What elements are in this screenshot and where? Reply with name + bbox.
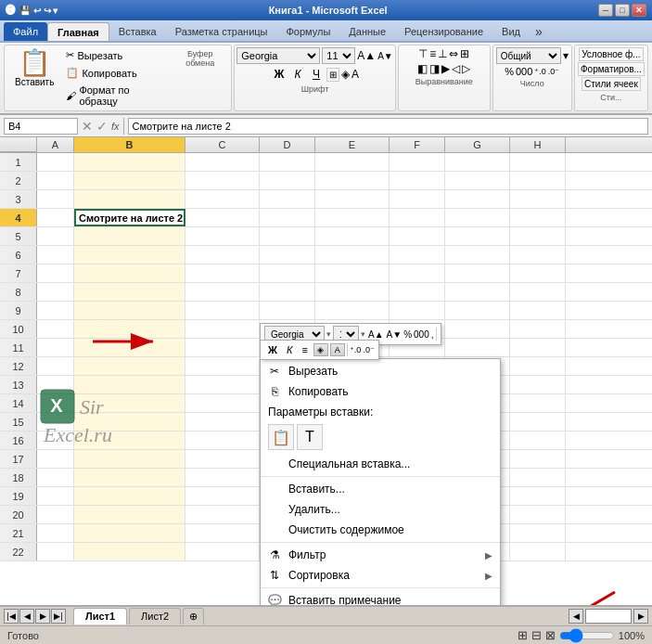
- col-header-f[interactable]: F: [390, 137, 445, 152]
- thousands-button[interactable]: 000: [516, 66, 532, 77]
- cut-button[interactable]: ✂ Вырезать: [62, 47, 171, 63]
- cell-styles-button[interactable]: Стили ячеек: [582, 77, 641, 91]
- mini-italic-button[interactable]: К: [283, 342, 296, 357]
- bold-button[interactable]: Ж: [271, 66, 288, 83]
- col-header-c[interactable]: C: [185, 137, 260, 152]
- zoom-slider[interactable]: [559, 631, 615, 640]
- border-button[interactable]: ⊞: [326, 68, 339, 82]
- ctx-clear[interactable]: Очистить содержимое: [261, 520, 500, 540]
- row-header-15[interactable]: 15: [0, 413, 37, 431]
- cell-d1[interactable]: [260, 153, 315, 171]
- formula-input[interactable]: [128, 118, 648, 135]
- ctx-paste-btn-1[interactable]: 📋: [268, 424, 294, 450]
- font-name-select[interactable]: Georgia: [237, 47, 320, 64]
- mini-percent-button[interactable]: %: [403, 329, 412, 340]
- number-format-select[interactable]: Общий: [496, 47, 561, 64]
- decrease-indent-button[interactable]: ◁: [452, 62, 460, 75]
- cell-a2[interactable]: [37, 172, 74, 189]
- format-painter-button[interactable]: 🖌 Формат по образцу: [62, 83, 171, 109]
- col-header-a[interactable]: A: [37, 137, 74, 152]
- row-header-11[interactable]: 11: [0, 339, 37, 356]
- scroll-left-button[interactable]: ◀: [569, 609, 583, 624]
- paste-button[interactable]: 📋 Вставить: [8, 47, 60, 90]
- row-header-9[interactable]: 9: [0, 302, 37, 319]
- copy-button[interactable]: 📋 Копировать: [62, 65, 171, 81]
- align-middle-button[interactable]: ≡: [429, 47, 436, 60]
- row-header-4[interactable]: 4: [0, 209, 37, 226]
- row-header-3[interactable]: 3: [0, 190, 37, 208]
- cell-d4[interactable]: [260, 209, 315, 226]
- col-header-d[interactable]: D: [260, 137, 315, 152]
- row-header-22[interactable]: 22: [0, 543, 37, 560]
- row-header-8[interactable]: 8: [0, 283, 37, 301]
- horizontal-scrollbar[interactable]: [585, 609, 632, 624]
- cell-f3[interactable]: [390, 190, 445, 208]
- cell-b2[interactable]: [74, 172, 185, 189]
- cell-e4[interactable]: [315, 209, 390, 226]
- decrease-decimal-button[interactable]: .0⁻: [548, 67, 560, 76]
- cell-b3[interactable]: [74, 190, 185, 208]
- fill-color-button[interactable]: ◈: [341, 68, 350, 81]
- ctx-cut[interactable]: ✂ Вырезать: [261, 361, 500, 381]
- cell-h4[interactable]: [510, 209, 566, 226]
- row-header-1[interactable]: 1: [0, 153, 37, 171]
- cell-e1[interactable]: [315, 153, 390, 171]
- col-header-h[interactable]: H: [510, 137, 566, 152]
- ctx-delete[interactable]: Удалить...: [261, 499, 500, 520]
- normal-view-button[interactable]: ⊞: [518, 628, 528, 642]
- mini-comma-button[interactable]: ,: [431, 329, 434, 340]
- cell-c4[interactable]: [185, 209, 260, 226]
- cell-f4[interactable]: [390, 209, 445, 226]
- increase-decimal-button[interactable]: ⁺.0: [534, 67, 546, 76]
- row-header-5[interactable]: 5: [0, 227, 37, 245]
- row-header-2[interactable]: 2: [0, 172, 37, 189]
- sheet-nav-last[interactable]: ▶|: [51, 609, 66, 624]
- tab-data[interactable]: Данные: [339, 22, 395, 41]
- sheet-nav-next[interactable]: ▶: [35, 609, 50, 624]
- cell-c3[interactable]: [185, 190, 260, 208]
- mini-thousands-button[interactable]: 000: [414, 329, 429, 340]
- sheet-tab-1[interactable]: Лист1: [73, 608, 127, 625]
- ctx-insert[interactable]: Вставить...: [261, 479, 500, 499]
- sheet-nav-prev[interactable]: ◀: [19, 609, 34, 624]
- tab-home[interactable]: Главная: [47, 22, 109, 41]
- sheet-tab-2[interactable]: Лист2: [129, 608, 181, 625]
- cell-e3[interactable]: [315, 190, 390, 208]
- row-header-7[interactable]: 7: [0, 264, 37, 282]
- cell-g4[interactable]: [445, 209, 510, 226]
- mini-fill-color-button[interactable]: ◈: [313, 343, 328, 356]
- minimize-button[interactable]: ─: [598, 4, 613, 17]
- ctx-special-paste[interactable]: Специальная вставка...: [261, 454, 500, 474]
- maximize-button[interactable]: □: [615, 4, 630, 17]
- align-bottom-button[interactable]: ⊥: [438, 47, 447, 60]
- align-top-button[interactable]: ⊤: [418, 47, 428, 60]
- mini-font-color-button[interactable]: А: [330, 343, 345, 356]
- mini-dec-inc-button[interactable]: ⁺.0: [350, 345, 362, 354]
- font-size-select[interactable]: 11: [322, 47, 355, 64]
- increase-indent-button[interactable]: ▷: [462, 62, 470, 75]
- percent-button[interactable]: %: [505, 66, 514, 77]
- row-header-13[interactable]: 13: [0, 376, 37, 393]
- row-header-16[interactable]: 16: [0, 431, 37, 449]
- italic-button[interactable]: К: [289, 66, 306, 83]
- ctx-copy[interactable]: ⎘ Копировать: [261, 381, 500, 402]
- sheet-nav-first[interactable]: |◀: [4, 609, 19, 624]
- tab-file[interactable]: Файл: [4, 22, 47, 41]
- cell-c2[interactable]: [185, 172, 260, 189]
- tab-insert[interactable]: Вставка: [109, 22, 166, 41]
- ctx-sort[interactable]: ⇅ Сортировка ▶: [261, 565, 500, 586]
- cell-a1[interactable]: [37, 153, 74, 171]
- cell-f2[interactable]: [390, 172, 445, 189]
- page-layout-view-button[interactable]: ⊟: [531, 628, 542, 642]
- cell-h1[interactable]: [510, 153, 566, 171]
- align-right-button[interactable]: ▶: [441, 62, 450, 75]
- cell-a3[interactable]: [37, 190, 74, 208]
- row-header-6[interactable]: 6: [0, 246, 37, 264]
- cell-g3[interactable]: [445, 190, 510, 208]
- sheet-tab-add[interactable]: ⊕: [183, 608, 204, 625]
- cell-a4[interactable]: [37, 209, 74, 226]
- increase-font-icon[interactable]: A▲: [357, 49, 376, 62]
- row-header-18[interactable]: 18: [0, 469, 37, 486]
- tab-page-layout[interactable]: Разметка страницы: [166, 22, 277, 41]
- tab-view[interactable]: Вид: [492, 22, 530, 41]
